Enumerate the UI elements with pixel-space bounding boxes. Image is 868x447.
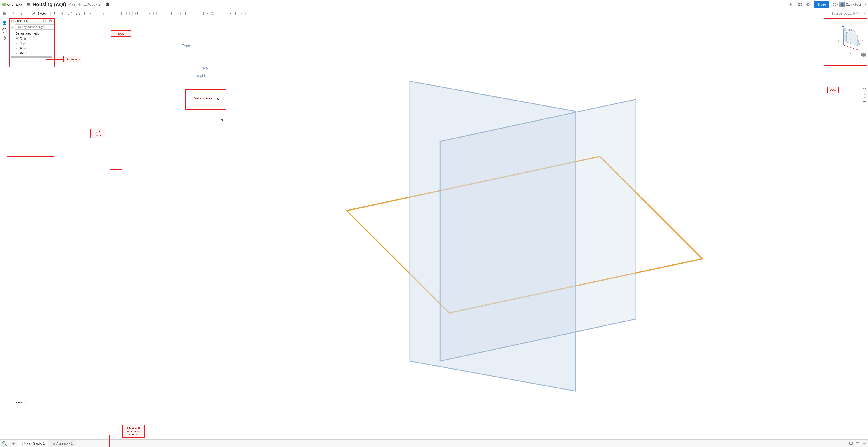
tool-loft[interactable] [74,10,82,17]
main-area: 👤+ 💬 ⏱ Features (4) ▽ ⌄ Default geometry… [0,18,868,439]
tool-frame-select[interactable] [244,10,251,17]
search-tools-placeholder: Search tools... [832,12,852,15]
tool-plane[interactable] [209,10,216,17]
document-title[interactable]: Housing (AQI) [33,2,66,7]
feature-panel: Features (4) ▽ ⌄ Default geometry ◉ Orig… [9,18,54,439]
tree-item-right[interactable]: ▱ Right [9,51,54,56]
notes-icon[interactable] [789,2,795,7]
feature-panel-header: Features (4) [9,18,54,24]
share-button[interactable]: Share [814,1,829,8]
search-tabs-icon[interactable]: 🔍 [0,440,9,447]
tool-dropdown[interactable]: ▾ [148,10,151,17]
tab-part-studio[interactable]: Part Studio 1 [18,440,48,447]
tool-extrude[interactable] [52,10,58,17]
hide-show-icon[interactable] [848,440,855,447]
main-menu-button[interactable]: ≡ [27,2,30,7]
svg-point-19 [5,12,6,13]
iso-view-icon[interactable] [862,87,867,92]
redo-button[interactable] [20,10,26,17]
feature-filter-input[interactable] [15,24,56,30]
tree-item-top[interactable]: ▱ Top [9,41,54,46]
tool-dropdown[interactable]: ▾ [90,10,92,17]
branch-label[interactable]: Main [68,2,76,6]
tree-item-origin[interactable]: ◉ Origin [9,36,54,41]
svg-rect-66 [863,102,866,103]
tool-split[interactable] [152,10,158,17]
apps-icon[interactable] [797,2,803,7]
tool-offset-surface[interactable] [191,10,198,17]
tool-shell[interactable] [117,10,124,17]
tool-dropdown[interactable]: ▾ [241,10,243,17]
tool-chamfer[interactable] [101,10,108,17]
undo-button[interactable] [11,10,18,17]
panel-toggle[interactable]: ☰ [55,93,59,99]
tool-hole[interactable] [133,10,140,17]
tool-thicken[interactable] [82,10,89,17]
sketch-button[interactable]: Sketch [30,11,50,16]
tree-item-front[interactable]: ▱ Front [9,46,54,51]
svg-rect-28 [84,12,87,15]
units-icon[interactable] [861,440,868,447]
svg-point-32 [135,12,138,15]
assembly-icon [51,442,55,445]
tree-default-geometry[interactable]: ⌄ Default geometry [9,31,54,36]
scrollbar[interactable] [11,56,52,58]
tool-boundary-surface[interactable] [199,10,206,17]
svg-point-33 [136,13,137,14]
rollback-icon[interactable] [49,19,52,23]
tool-pattern[interactable] [234,10,240,17]
3d-canvas[interactable]: Front Top Right ⬉ Front Right Top [54,18,868,439]
comments-icon[interactable]: 💬 [0,27,9,34]
trash-icon[interactable] [855,440,861,447]
tool-replace-face[interactable] [183,10,190,17]
svg-rect-41 [201,12,204,15]
left-rail: 👤+ 💬 ⏱ [0,18,9,439]
tool-dropdown[interactable]: ▾ [206,10,209,17]
parts-header[interactable]: ⌄ Parts (0) [9,400,54,405]
tool-boolean[interactable] [141,10,148,17]
tool-move-face[interactable] [176,10,183,17]
tool-helix[interactable] [218,10,225,17]
tool-rib[interactable] [125,10,131,17]
annotation-view: View [827,87,839,93]
tool-fillet[interactable] [94,10,101,17]
user-avatar: 👤 [839,2,845,7]
user-menu[interactable]: 👤 Zaid Abusini ▾ [839,2,866,7]
tool-mirror[interactable] [226,10,232,17]
tool-transform[interactable] [159,10,166,17]
annotation-tools: Tools [111,31,131,37]
svg-rect-6 [798,3,800,4]
tab-assembly[interactable]: Assembly 1 [48,440,76,447]
section-view-icon[interactable] [862,93,867,99]
svg-rect-73 [849,442,852,444]
link-icon[interactable]: 🔗 [78,3,82,6]
tool-revolve[interactable] [59,10,66,17]
help-icon[interactable]: ?▾ [833,2,838,7]
origin-point[interactable] [217,98,219,100]
add-feature-icon[interactable] [43,19,47,23]
svg-rect-29 [111,12,114,15]
app-logo[interactable]: onshape [2,2,22,7]
svg-point-24 [77,12,79,13]
add-tab-button[interactable]: ＋ [9,440,18,447]
part-studio-icon [22,442,25,445]
tool-draft[interactable] [109,10,116,17]
tool-delete-face[interactable] [167,10,174,17]
education-icon[interactable]: 🎓 [105,2,110,7]
user-name: Zaid Abusini [846,3,863,6]
history-icon[interactable]: ⏱ [0,34,9,42]
onshape-logo-icon [2,2,6,7]
tool-icon-group: ▾▾▾▾ [51,10,251,17]
plane-icon: ▱ [16,42,19,45]
configure-icon[interactable] [0,10,9,18]
add-person-icon[interactable]: 👤+ [0,19,9,27]
view-cube[interactable]: Front Right Top ▾ Z X [824,19,867,62]
tool-sweep[interactable] [67,10,74,17]
features-title: Features (4) [11,19,28,23]
svg-rect-20 [54,13,56,15]
measure-icon[interactable] [862,100,867,105]
search-tools[interactable]: Search tools... alt/⌥ c [829,9,868,18]
filter-icon[interactable]: ▽ [11,25,13,29]
breadcrumb[interactable]: 🗀 Week 2 [84,2,100,6]
notifications-icon[interactable] [805,2,811,7]
